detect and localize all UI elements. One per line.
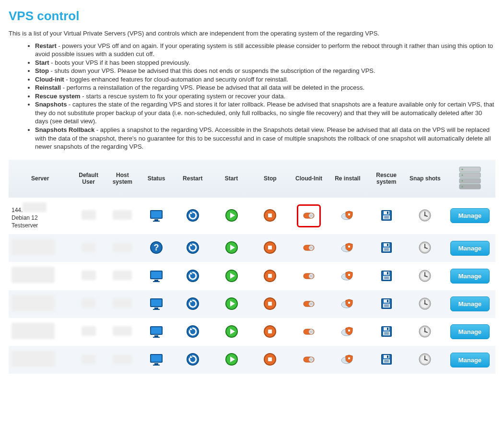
manage-button[interactable]: Manage <box>450 269 490 284</box>
manage-button[interactable]: Manage <box>450 241 490 256</box>
server-cell <box>9 262 71 290</box>
stop-icon[interactable] <box>262 208 278 223</box>
reinstall-icon[interactable] <box>340 352 355 367</box>
table-header-row: Server Default User Host system Status R… <box>9 160 495 198</box>
status-running-icon <box>149 324 164 339</box>
reinstall-cell <box>328 262 367 290</box>
reinstall-cell <box>328 234 367 262</box>
start-icon[interactable] <box>224 296 239 311</box>
info-list: Restart - powers your VPS off and on aga… <box>9 42 495 151</box>
reinstall-icon[interactable] <box>340 324 355 339</box>
restart-icon[interactable] <box>185 208 200 223</box>
info-label: Rescue system <box>35 93 81 100</box>
rescue-cell <box>367 290 406 318</box>
rescue-cell <box>367 346 406 374</box>
server-cell <box>9 318 71 346</box>
restart-icon[interactable] <box>185 324 200 339</box>
snapshot-icon[interactable] <box>417 324 433 339</box>
cloud-init-toggle-icon[interactable] <box>301 324 316 339</box>
start-cell <box>212 198 251 235</box>
stop-cell <box>251 290 290 318</box>
col-server: Server <box>9 160 71 198</box>
server-cell <box>9 290 71 318</box>
restart-cell <box>173 346 212 374</box>
host-system-cell <box>105 290 140 318</box>
cloud-init-toggle-icon[interactable] <box>301 208 316 223</box>
restart-icon[interactable] <box>185 296 200 311</box>
reinstall-icon[interactable] <box>340 268 355 284</box>
cloud-init-cell <box>290 318 328 346</box>
snapshots-cell <box>406 262 445 290</box>
snapshot-icon[interactable] <box>417 296 433 311</box>
col-rescue: Rescue system <box>367 160 406 198</box>
snapshot-icon[interactable] <box>417 240 433 255</box>
table-row: 144.Debian 12TestserverManage <box>9 198 495 235</box>
rescue-icon[interactable] <box>379 296 394 311</box>
server-name: Testserver <box>12 222 38 229</box>
manage-button[interactable]: Manage <box>450 296 490 311</box>
reinstall-cell <box>328 346 367 374</box>
rescue-cell <box>367 262 406 290</box>
start-icon[interactable] <box>224 352 239 367</box>
reinstall-icon[interactable] <box>340 296 355 311</box>
manage-button[interactable]: Manage <box>450 208 490 223</box>
rescue-cell <box>367 318 406 346</box>
col-manage <box>445 160 495 198</box>
restart-cell <box>173 262 212 290</box>
stop-cell <box>251 234 290 262</box>
stop-icon[interactable] <box>262 352 278 367</box>
info-desc: - powers your VPS off and on again. If y… <box>35 42 493 58</box>
snapshot-icon[interactable] <box>417 352 433 367</box>
table-row: Manage <box>9 318 495 346</box>
manage-cell: Manage <box>445 290 495 318</box>
host-system-cell <box>105 346 140 374</box>
cloud-init-toggle-icon[interactable] <box>301 268 316 284</box>
stop-cell <box>251 318 290 346</box>
manage-button[interactable]: Manage <box>450 324 490 339</box>
server-ip: 144. <box>12 207 23 213</box>
rescue-cell <box>367 234 406 262</box>
intro-text: This is a list of your Virtual Private S… <box>9 29 495 38</box>
snapshot-icon[interactable] <box>417 208 433 223</box>
snapshot-icon[interactable] <box>417 268 433 284</box>
start-icon[interactable] <box>224 208 239 223</box>
cloud-init-toggle-icon[interactable] <box>301 240 316 255</box>
manage-button[interactable]: Manage <box>450 353 490 367</box>
restart-icon[interactable] <box>185 240 200 255</box>
start-cell <box>212 318 251 346</box>
cloud-init-toggle-icon[interactable] <box>301 352 316 367</box>
table-row: Manage <box>9 290 495 318</box>
rescue-icon[interactable] <box>379 208 394 223</box>
rescue-icon[interactable] <box>379 268 394 284</box>
stop-icon[interactable] <box>262 324 278 339</box>
cloud-init-toggle-icon[interactable] <box>301 296 316 311</box>
info-desc: - boots your VPS if it has been stopped … <box>49 59 190 66</box>
manage-cell: Manage <box>445 198 495 235</box>
stop-icon[interactable] <box>262 268 278 284</box>
info-label: Reinstall <box>35 84 61 91</box>
start-icon[interactable] <box>224 240 239 255</box>
restart-icon[interactable] <box>185 352 200 367</box>
status-running-icon <box>149 208 164 223</box>
reinstall-icon[interactable] <box>340 240 355 255</box>
stop-icon[interactable] <box>262 240 278 255</box>
restart-cell <box>173 290 212 318</box>
rescue-icon[interactable] <box>379 240 394 255</box>
start-icon[interactable] <box>224 268 239 284</box>
cloud-init-highlight <box>297 204 321 227</box>
info-desc: - applies a snapshot to the regarding VP… <box>35 126 491 150</box>
status-cell <box>140 346 174 374</box>
rescue-icon[interactable] <box>379 352 394 367</box>
stop-icon[interactable] <box>262 296 278 311</box>
info-desc: - captures the state of the regarding VP… <box>35 101 494 125</box>
restart-icon[interactable] <box>185 268 200 284</box>
snapshots-cell <box>406 234 445 262</box>
manage-cell: Manage <box>445 262 495 290</box>
host-system-cell <box>105 318 140 346</box>
start-cell <box>212 290 251 318</box>
rescue-icon[interactable] <box>379 324 394 339</box>
cloud-init-cell <box>290 290 328 318</box>
reinstall-icon[interactable] <box>340 208 355 223</box>
col-snapshots: Snap shots <box>406 160 445 198</box>
start-icon[interactable] <box>224 324 239 339</box>
